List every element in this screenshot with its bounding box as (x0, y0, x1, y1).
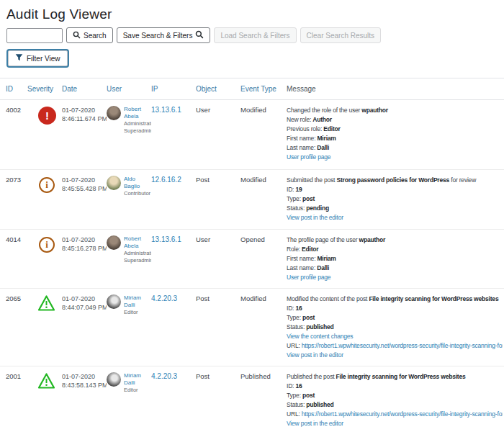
user-cell: Miriam DalliEditor (107, 372, 151, 432)
ip-link[interactable]: 13.13.6.1 (151, 106, 181, 114)
table-row: 4014i01-07-20208:45:16.278 PMRobert Abel… (0, 230, 504, 289)
message-link[interactable]: View post in the editor (287, 351, 343, 359)
save-search-filters-label: Save Search & Filters (123, 32, 193, 40)
message-line: User profile page (287, 273, 503, 282)
severity-cell (27, 372, 62, 432)
search-input[interactable] (6, 28, 63, 43)
message-line: The profile page of the user wpauthor (287, 235, 503, 245)
search-icon (73, 31, 81, 40)
column-header-severity[interactable]: Severity (27, 85, 62, 93)
event-date: 01-07-2020 (62, 176, 107, 184)
date-cell: 01-07-20208:46:11.674 PM (62, 106, 107, 165)
user-info: Robert AbelaAdministrator, Superadmin (124, 106, 151, 165)
object-cell: Post (196, 372, 240, 432)
ip-link[interactable]: 12.6.16.2 (151, 176, 181, 184)
message-line: View post in the editor (287, 419, 503, 428)
message-highlight: Editor (302, 246, 318, 253)
column-header-date[interactable]: Date (62, 85, 107, 93)
filter-row: Filter View (0, 43, 504, 68)
user-avatar (107, 235, 121, 250)
event-id-cell: 2001 (6, 372, 27, 432)
column-header-event-type[interactable]: Event Type (240, 85, 287, 93)
event-id-cell: 2065 (6, 294, 27, 361)
user-name-link[interactable]: Aldo Baglio (124, 176, 151, 190)
notice-severity-icon (37, 294, 55, 313)
page-title: Audit Log Viewer (0, 0, 504, 22)
message-line: Status: published (287, 323, 503, 332)
message-line: Type: post (287, 391, 503, 400)
ip-link[interactable]: 13.13.6.1 (151, 235, 181, 243)
message-line: Submitted the post Strong password polic… (287, 176, 503, 185)
column-header-object[interactable]: Object (196, 85, 240, 93)
filter-view-button[interactable]: Filter View (8, 50, 68, 66)
message-highlight: Miriam (317, 135, 336, 142)
ip-link[interactable]: 4.2.20.3 (151, 294, 177, 302)
message-highlight: 16 (295, 305, 302, 312)
message-highlight: post (302, 195, 315, 202)
object-cell: Post (196, 176, 240, 225)
message-highlight: Dalli (317, 144, 329, 151)
search-icon (195, 30, 204, 40)
search-toolbar: Search Save Search & Filters Load Search… (0, 22, 504, 43)
message-line: View post in the editor (287, 351, 503, 360)
user-name-link[interactable]: Robert Abela (124, 106, 151, 120)
message-link[interactable]: https://robert1.wpwhitesecurity.net/word… (302, 342, 503, 349)
message-line: Type: post (287, 194, 503, 204)
event-id-cell: 2073 (6, 176, 27, 225)
message-cell: Changed the role of the user wpauthorNew… (287, 106, 504, 165)
table-row: 206501-07-20208:44:07.049 PMMiriam Dalli… (0, 289, 504, 366)
message-link[interactable]: View post in the editor (287, 214, 343, 221)
column-header-message: Message (287, 85, 504, 93)
message-link[interactable]: View post in the editor (287, 420, 343, 427)
column-header-user[interactable]: User (107, 85, 151, 93)
column-header-ip[interactable]: IP (151, 85, 196, 93)
ip-cell: 13.13.6.1 (151, 235, 196, 284)
message-line: ID: 16 (287, 304, 503, 313)
message-highlight: 16 (295, 382, 302, 390)
message-link[interactable]: User profile page (287, 274, 330, 281)
search-button[interactable]: Search (66, 27, 113, 43)
user-info: Miriam DalliEditor (124, 372, 151, 432)
notice-severity-icon (37, 372, 55, 391)
date-cell: 01-07-20208:45:55.428 PM (62, 176, 107, 225)
user-info: Aldo BaglioContributor (124, 176, 151, 225)
info-severity-icon: i (39, 177, 55, 193)
message-link[interactable]: User profile page (287, 153, 330, 161)
user-avatar (107, 176, 121, 190)
message-line: URL: https://robert1.wpwhitesecurity.net… (287, 410, 503, 419)
message-line: Last name: Dalli (287, 143, 503, 153)
ip-cell: 12.6.16.2 (151, 176, 196, 225)
message-highlight: 19 (295, 186, 302, 193)
save-search-filters-button[interactable]: Save Search & Filters (117, 27, 211, 43)
filter-view-label: Filter View (27, 55, 60, 63)
column-header-id[interactable]: ID (6, 85, 27, 93)
message-line: View the content changes (287, 332, 503, 341)
user-name-link[interactable]: Robert Abela (124, 235, 151, 250)
user-role: Editor (124, 387, 151, 394)
critical-severity-icon: ! (38, 107, 56, 125)
message-line: First name: Miriam (287, 254, 503, 264)
object-cell: User (196, 235, 240, 284)
user-role: Editor (124, 309, 151, 316)
ip-cell: 4.2.20.3 (151, 372, 196, 432)
event-id-cell: 4002 (6, 106, 27, 165)
user-name-link[interactable]: Miriam Dalli (124, 372, 151, 387)
message-line: View post in the editor (287, 213, 503, 222)
message-line: Changed the role of the user wpauthor (287, 106, 503, 115)
ip-link[interactable]: 4.2.20.3 (151, 372, 177, 380)
object-cell: Post (196, 294, 240, 361)
message-link[interactable]: https://robert1.wpwhitesecurity.net/word… (302, 410, 503, 418)
search-button-label: Search (84, 32, 107, 40)
message-line: First name: Miriam (287, 134, 503, 143)
message-link[interactable]: View the content changes (287, 333, 353, 340)
message-cell: Modified the content of the post File in… (287, 294, 504, 361)
severity-cell: i (27, 176, 62, 225)
user-avatar (107, 372, 121, 387)
message-highlight: pending (306, 204, 329, 212)
audit-log-table: ID Severity Date User IP Object Event Ty… (0, 78, 504, 432)
event-id-cell: 4014 (6, 235, 27, 284)
table-header-row: ID Severity Date User IP Object Event Ty… (0, 78, 504, 100)
message-line: Status: published (287, 400, 503, 410)
user-name-link[interactable]: Miriam Dalli (124, 294, 151, 309)
event-date: 01-07-2020 (62, 235, 107, 244)
